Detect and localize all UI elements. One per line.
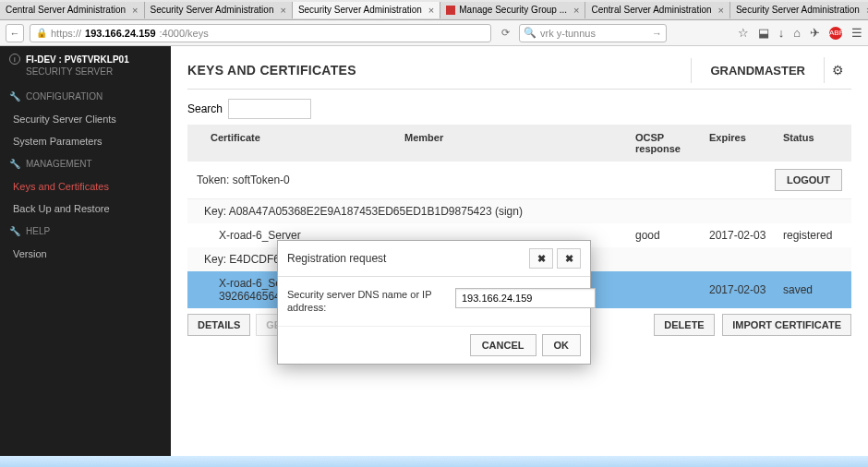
tab-label: Security Server Administration bbox=[151, 5, 274, 15]
bookmark-icon[interactable]: ☆ bbox=[738, 26, 749, 40]
send-icon[interactable]: ✈ bbox=[810, 26, 820, 40]
sidebar-header: i FI-DEV : PV6TVRKLP01 SECURITY SERVER bbox=[0, 46, 171, 85]
section-label: HELP bbox=[26, 226, 50, 236]
browser-tab[interactable]: Manage Security Group ...× bbox=[440, 2, 585, 18]
key-prefix: Key: bbox=[204, 253, 229, 266]
close-icon[interactable]: × bbox=[132, 5, 138, 16]
section-label: CONFIGURATION bbox=[26, 91, 102, 102]
gear-icon[interactable]: ⚙ bbox=[824, 57, 851, 83]
page-header: KEYS AND CERTIFICATES GRANDMASTER ⚙ bbox=[187, 57, 851, 90]
details-button[interactable]: DETAILS bbox=[187, 314, 250, 336]
token-name: softToken-0 bbox=[233, 174, 290, 186]
downloads-icon[interactable]: ↓ bbox=[778, 26, 785, 40]
modal-header: Registration request ✖ ✖ bbox=[278, 241, 590, 277]
registration-modal: Registration request ✖ ✖ Security server… bbox=[277, 240, 591, 365]
close-icon[interactable]: × bbox=[718, 5, 724, 16]
status-cell: registered bbox=[783, 229, 842, 242]
dns-field-label: Security server DNS name or IP address: bbox=[287, 288, 444, 315]
tab-label: Manage Security Group ... bbox=[459, 5, 567, 15]
search-label: Search bbox=[187, 102, 223, 115]
dns-input[interactable] bbox=[455, 288, 596, 308]
back-button[interactable]: ← bbox=[6, 24, 24, 42]
url-path: :4000/keys bbox=[160, 28, 209, 39]
sidebar-item-version[interactable]: Version bbox=[0, 243, 171, 265]
modal-footer: CANCEL OK bbox=[278, 326, 590, 364]
browser-tab[interactable]: Security Server Administration× bbox=[730, 2, 868, 18]
section-label: MANAGEMENT bbox=[26, 159, 92, 169]
url-input[interactable]: 🔒 https://193.166.24.159:4000/keys bbox=[30, 24, 491, 42]
browser-search[interactable]: 🔍 vrk y-tunnus → bbox=[519, 24, 667, 42]
browser-tab-strip: Central Server Administration× Security … bbox=[0, 0, 868, 20]
close-icon[interactable]: × bbox=[280, 5, 285, 16]
expires-cell: 2017-02-03 bbox=[709, 283, 783, 296]
env-name: FI-DEV : PV6TVRKLP01 bbox=[26, 54, 129, 65]
sidebar-item-params[interactable]: System Parameters bbox=[0, 130, 171, 152]
browser-tab-active[interactable]: Security Server Administration× bbox=[293, 2, 440, 18]
table-header: Certificate Member OCSP response Expires… bbox=[187, 125, 851, 162]
col-ocsp: OCSP response bbox=[635, 132, 709, 154]
info-icon: i bbox=[9, 54, 20, 65]
modal-collapse-icon[interactable]: ✖ bbox=[529, 248, 553, 269]
favicon-icon bbox=[446, 6, 455, 15]
tab-label: Security Server Administration bbox=[298, 5, 422, 15]
url-host: 193.166.24.159 bbox=[85, 28, 155, 39]
token-row[interactable]: Token: softToken-0 LOGOUT bbox=[187, 162, 851, 199]
tab-label: Security Server Administration bbox=[736, 5, 860, 15]
modal-title: Registration request bbox=[287, 252, 386, 265]
role-label: SECURITY SERVER bbox=[26, 66, 113, 77]
wrench-icon: 🔧 bbox=[9, 226, 20, 236]
col-status: Status bbox=[783, 132, 842, 154]
sidebar-section-mgmt: 🔧MANAGEMENT bbox=[0, 152, 171, 175]
cancel-button[interactable]: CANCEL bbox=[470, 334, 536, 356]
wrench-icon: 🔧 bbox=[9, 91, 20, 102]
search-row: Search bbox=[187, 99, 851, 119]
search-input[interactable] bbox=[228, 99, 311, 119]
browser-tab[interactable]: Security Server Administration× bbox=[145, 2, 293, 18]
key-row[interactable]: Key: A08A47A05368E2E9A187453ED65ED1B1D98… bbox=[187, 199, 851, 223]
sidebar-section-config: 🔧CONFIGURATION bbox=[0, 85, 171, 108]
sidebar-section-help: 🔧HELP bbox=[0, 220, 171, 243]
key-value: A08A47A05368E2E9A187453ED65ED1B1D9875423… bbox=[229, 205, 523, 218]
key-prefix: Key: bbox=[204, 205, 229, 218]
status-cell: saved bbox=[783, 283, 842, 296]
reload-button[interactable]: ⟳ bbox=[497, 25, 513, 42]
tab-label: Central Server Administration bbox=[591, 5, 711, 15]
modal-close-icon[interactable]: ✖ bbox=[557, 248, 581, 269]
wrench-icon: 🔧 bbox=[9, 159, 20, 169]
close-icon[interactable]: × bbox=[428, 5, 434, 16]
pocket-icon[interactable]: ⬓ bbox=[758, 26, 769, 40]
expires-cell: 2017-02-03 bbox=[709, 229, 783, 242]
sidebar: i FI-DEV : PV6TVRKLP01 SECURITY SERVER 🔧… bbox=[0, 46, 171, 467]
go-icon[interactable]: → bbox=[652, 28, 662, 39]
browser-tab[interactable]: Central Server Administration× bbox=[0, 2, 145, 18]
abp-icon[interactable]: ABP bbox=[829, 27, 842, 40]
current-user[interactable]: GRANDMASTER bbox=[691, 58, 824, 83]
browser-tab[interactable]: Central Server Administration× bbox=[585, 2, 730, 18]
close-icon[interactable]: × bbox=[573, 5, 579, 16]
import-cert-button[interactable]: IMPORT CERTIFICATE bbox=[722, 314, 851, 336]
tab-label: Central Server Administration bbox=[6, 5, 126, 15]
token-prefix: Token: bbox=[197, 174, 233, 186]
home-icon[interactable]: ⌂ bbox=[793, 26, 801, 40]
col-certificate: Certificate bbox=[197, 132, 404, 154]
ocsp-cell: good bbox=[635, 229, 709, 242]
sidebar-item-backup[interactable]: Back Up and Restore bbox=[0, 198, 171, 220]
url-prefix: https:// bbox=[51, 28, 81, 39]
ok-button[interactable]: OK bbox=[542, 334, 582, 356]
delete-button[interactable]: DELETE bbox=[654, 314, 714, 336]
search-icon: 🔍 bbox=[524, 27, 536, 39]
os-taskbar bbox=[0, 456, 868, 467]
sidebar-item-keys[interactable]: Keys and Certificates bbox=[0, 175, 171, 198]
logout-button[interactable]: LOGOUT bbox=[775, 169, 842, 191]
url-toolbar: ← 🔒 https://193.166.24.159:4000/keys ⟳ 🔍… bbox=[0, 20, 868, 46]
search-text: vrk y-tunnus bbox=[540, 28, 596, 39]
modal-body: Security server DNS name or IP address: bbox=[278, 277, 590, 326]
col-expires: Expires bbox=[709, 132, 783, 154]
col-member: Member bbox=[404, 132, 635, 154]
menu-icon[interactable]: ☰ bbox=[851, 26, 862, 40]
sidebar-item-clients[interactable]: Security Server Clients bbox=[0, 108, 171, 130]
lock-icon: 🔒 bbox=[36, 28, 47, 38]
page-title: KEYS AND CERTIFICATES bbox=[187, 63, 356, 78]
